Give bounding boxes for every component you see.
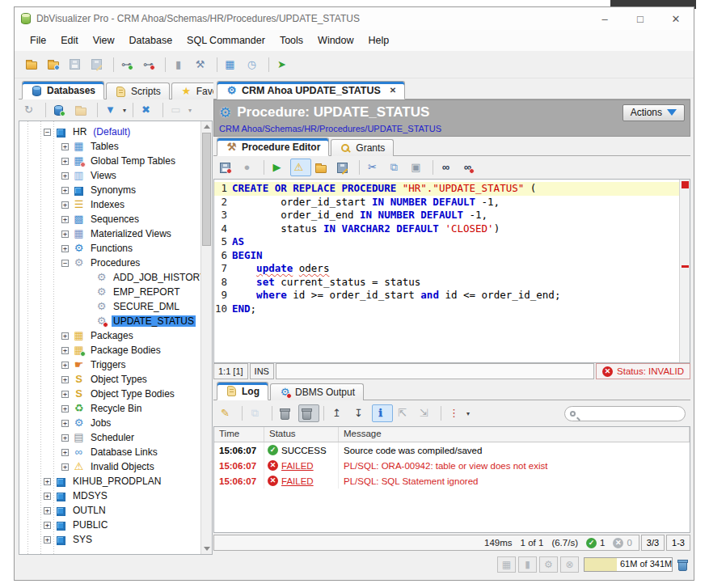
paste-icon[interactable]: ▣ — [407, 159, 428, 176]
title-bar[interactable]: DbVisualizer Pro - CRM Ahoa/Schemas/HR/P… — [15, 7, 694, 30]
tree-item-global-temp-tables[interactable]: +▦Global Temp Tables — [19, 154, 200, 168]
minimize-button[interactable]: – — [587, 7, 622, 30]
expand-toggle[interactable]: + — [61, 420, 69, 427]
execute-icon[interactable]: ▶ — [268, 159, 289, 176]
scroll-up-arrow[interactable] — [201, 121, 212, 132]
clear-log-icon[interactable] — [276, 404, 298, 422]
grid-window-icon[interactable]: ▦ — [222, 56, 243, 74]
expand-toggle[interactable]: + — [61, 172, 69, 180]
error-mark-line1[interactable] — [682, 181, 689, 188]
row-height-icon[interactable]: ⋮▾ — [445, 404, 472, 422]
expand-rows-icon[interactable]: ⇱ — [394, 404, 415, 422]
expand-toggle[interactable]: + — [61, 405, 69, 412]
tree-item-outln[interactable]: +OUTLN — [19, 503, 200, 518]
column-status[interactable]: Status — [264, 427, 339, 442]
tree-item-database-links[interactable]: +∞Database Links — [19, 445, 200, 459]
expand-toggle[interactable]: + — [61, 362, 69, 369]
tree-item-scheduler[interactable]: +▤Scheduler — [19, 430, 200, 445]
tree-scrollbar[interactable] — [200, 121, 212, 554]
error-stripe[interactable] — [679, 180, 690, 362]
scrollbar-thumb[interactable] — [202, 133, 211, 246]
menu-sql-commander[interactable]: SQL Commander — [179, 32, 272, 49]
tree-item-tables[interactable]: +▦Tables — [19, 139, 200, 154]
filter-icon[interactable]: ▼▾ — [102, 101, 129, 119]
menu-window[interactable]: Window — [310, 32, 361, 49]
collapse-tree-icon[interactable]: ✖ — [137, 101, 158, 119]
tree-item-recycle-bin[interactable]: +♻Recycle Bin — [19, 401, 200, 416]
menu-database[interactable]: Database — [122, 32, 180, 49]
collapse-toggle[interactable]: − — [61, 260, 69, 267]
export-log-icon[interactable]: ✎ — [217, 404, 238, 422]
expand-toggle[interactable]: + — [61, 245, 69, 252]
find-replace-icon[interactable]: ∞ — [459, 159, 480, 176]
tree-item-sys[interactable]: +SYS — [19, 532, 200, 547]
menu-tools[interactable]: Tools — [272, 32, 310, 49]
run-pointer-icon[interactable]: ➤ — [273, 56, 294, 74]
column-time[interactable]: Time — [214, 427, 264, 442]
tab-dbms-output[interactable]: ⚙DBMS Output — [270, 383, 364, 400]
log-table-header[interactable]: Time Status Message — [214, 427, 690, 442]
tree-item-sequences[interactable]: +▩Sequences — [19, 212, 200, 226]
tab-log[interactable]: Log — [217, 382, 268, 400]
tools-icon[interactable]: ⚒ — [192, 56, 213, 74]
tree-item-views[interactable]: +▥Views — [19, 168, 200, 183]
tab-close-icon[interactable]: ✕ — [390, 86, 396, 95]
code-area[interactable]: 1CREATE OR REPLACE PROCEDURE "HR"."UPDAT… — [214, 180, 679, 362]
scroll-down-arrow[interactable] — [201, 544, 212, 554]
expand-toggle[interactable]: + — [44, 478, 51, 485]
tree-item-indexes[interactable]: +☰Indexes — [19, 197, 200, 212]
auto-clear-toggle[interactable] — [298, 404, 319, 422]
cut-icon[interactable]: ✂ — [364, 159, 385, 176]
connect-icon[interactable]: ⊶ — [118, 56, 139, 74]
tree-item-emp-report[interactable]: ⚙EMP_REPORT — [19, 285, 200, 299]
tab-procedure-editor[interactable]: ⚒Procedure Editor — [217, 137, 329, 156]
procedure-editor[interactable]: 1CREATE OR REPLACE PROCEDURE "HR"."UPDAT… — [213, 179, 690, 363]
tree-item-functions[interactable]: +⚙Functions — [19, 241, 200, 256]
actions-button[interactable]: Actions — [622, 104, 685, 121]
disconnect-icon[interactable]: ⊶ — [140, 56, 161, 74]
menu-help[interactable]: Help — [361, 32, 397, 49]
sidebar-tab-scripts[interactable]: Scripts — [106, 82, 170, 99]
expand-toggle[interactable]: + — [61, 449, 69, 456]
menu-edit[interactable]: Edit — [53, 32, 86, 49]
log-search-box[interactable] — [564, 406, 686, 421]
find-icon[interactable]: ∞ — [437, 159, 458, 176]
column-message[interactable]: Message — [339, 427, 690, 442]
tree-item-materialized-views[interactable]: +▦Materialized Views — [19, 226, 200, 241]
load-file-icon[interactable] — [312, 159, 333, 176]
stop-icon[interactable]: ● — [238, 159, 260, 176]
tree-item-procedures[interactable]: −⚙Procedures — [19, 256, 200, 270]
error-mark-line7[interactable] — [682, 265, 689, 268]
expand-toggle[interactable]: + — [61, 391, 69, 398]
tab-crm-ahoa-update-status[interactable]: ⚙ CRM Ahoa UPDATE_STATUS ✕ — [217, 81, 405, 99]
expand-toggle[interactable]: + — [61, 143, 69, 150]
garbage-collect-button[interactable] — [678, 559, 687, 571]
close-button[interactable]: ✕ — [658, 7, 694, 30]
open-file-icon[interactable] — [23, 56, 44, 74]
expand-toggle[interactable]: + — [61, 347, 69, 354]
expand-toggle[interactable]: + — [61, 187, 69, 194]
tree-item-object-type-bodies[interactable]: +SObject Type Bodies — [19, 387, 200, 401]
expand-toggle[interactable]: + — [61, 434, 69, 442]
expand-toggle[interactable]: + — [61, 216, 69, 223]
log-row[interactable]: 15:06:07✓SUCCESSSource code was compiled… — [214, 442, 690, 458]
expand-toggle[interactable]: + — [61, 201, 69, 209]
expand-toggle[interactable]: + — [44, 507, 51, 514]
save-file-icon[interactable] — [334, 159, 355, 176]
collapse-toggle[interactable]: − — [44, 129, 51, 136]
bookmarks-folder-icon[interactable] — [44, 56, 65, 74]
tree-item-packages[interactable]: +▦Packages — [19, 328, 200, 343]
expand-toggle[interactable]: + — [61, 376, 69, 383]
tree-item-package-bodies[interactable]: +▦Package Bodies — [19, 343, 200, 357]
sidebar-tab-databases[interactable]: Databases — [22, 81, 104, 99]
expand-toggle[interactable]: + — [61, 332, 69, 340]
menu-file[interactable]: File — [23, 32, 53, 49]
expand-toggle[interactable]: + — [61, 158, 69, 165]
menu-view[interactable]: View — [86, 32, 122, 49]
tree-item-hr[interactable]: −HR(Default) — [19, 125, 200, 139]
expand-toggle[interactable]: + — [61, 463, 69, 471]
tree-item-public[interactable]: +PUBLIC — [19, 518, 200, 532]
expand-toggle[interactable]: + — [44, 493, 51, 500]
database-server-icon[interactable]: ▮ — [170, 56, 191, 74]
tree-item-jobs[interactable]: +⚙Jobs — [19, 416, 200, 430]
